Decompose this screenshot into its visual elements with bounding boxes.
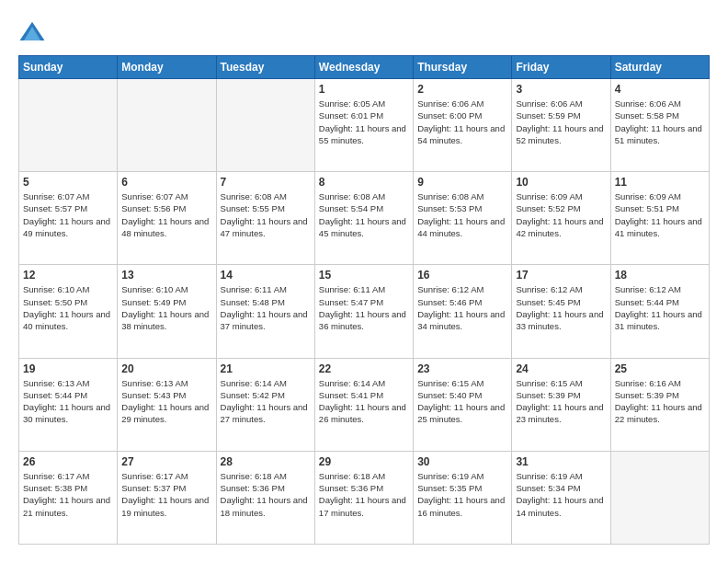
day-number: 2 [417,83,507,96]
day-number: 10 [516,176,606,189]
day-number: 14 [221,269,311,282]
calendar-week-row: 26Sunrise: 6:17 AM Sunset: 5:38 PM Dayli… [19,451,710,544]
day-number: 13 [121,269,211,282]
calendar-cell: 6Sunrise: 6:07 AM Sunset: 5:56 PM Daylig… [118,172,216,265]
calendar-cell: 23Sunrise: 6:15 AM Sunset: 5:40 PM Dayli… [414,358,512,451]
weekday-header-monday: Monday [118,56,216,79]
calendar-cell: 20Sunrise: 6:13 AM Sunset: 5:43 PM Dayli… [118,358,216,451]
day-number: 22 [319,362,409,375]
day-info: Sunrise: 6:08 AM Sunset: 5:55 PM Dayligh… [221,190,311,239]
calendar-week-row: 5Sunrise: 6:07 AM Sunset: 5:57 PM Daylig… [19,172,710,265]
day-info: Sunrise: 6:11 AM Sunset: 5:47 PM Dayligh… [319,283,409,332]
calendar-week-row: 19Sunrise: 6:13 AM Sunset: 5:44 PM Dayli… [19,358,710,451]
day-number: 23 [417,362,507,375]
day-info: Sunrise: 6:12 AM Sunset: 5:44 PM Dayligh… [615,283,705,332]
logo-icon [18,18,46,46]
calendar-cell: 12Sunrise: 6:10 AM Sunset: 5:50 PM Dayli… [19,265,118,358]
calendar-cell: 25Sunrise: 6:16 AM Sunset: 5:39 PM Dayli… [610,358,709,451]
day-info: Sunrise: 6:15 AM Sunset: 5:40 PM Dayligh… [417,377,507,426]
calendar-cell: 31Sunrise: 6:19 AM Sunset: 5:34 PM Dayli… [512,451,610,544]
day-number: 17 [516,269,606,282]
calendar-cell: 14Sunrise: 6:11 AM Sunset: 5:48 PM Dayli… [216,265,314,358]
calendar-week-row: 12Sunrise: 6:10 AM Sunset: 5:50 PM Dayli… [19,265,710,358]
day-info: Sunrise: 6:06 AM Sunset: 6:00 PM Dayligh… [417,98,507,146]
day-info: Sunrise: 6:18 AM Sunset: 5:36 PM Dayligh… [221,470,311,519]
weekday-header-friday: Friday [512,56,610,79]
calendar-cell: 15Sunrise: 6:11 AM Sunset: 5:47 PM Dayli… [314,265,413,358]
day-info: Sunrise: 6:12 AM Sunset: 5:45 PM Dayligh… [516,283,606,332]
header [18,18,710,46]
day-number: 4 [615,83,705,96]
calendar-cell: 13Sunrise: 6:10 AM Sunset: 5:49 PM Dayli… [118,265,216,358]
day-info: Sunrise: 6:06 AM Sunset: 5:59 PM Dayligh… [516,98,606,146]
page: SundayMondayTuesdayWednesdayThursdayFrid… [0,0,728,563]
day-number: 9 [417,176,507,189]
calendar-cell: 21Sunrise: 6:14 AM Sunset: 5:42 PM Dayli… [216,358,314,451]
day-info: Sunrise: 6:14 AM Sunset: 5:42 PM Dayligh… [221,377,311,426]
day-number: 31 [516,455,606,468]
weekday-header-saturday: Saturday [610,56,709,79]
logo [18,18,50,46]
day-info: Sunrise: 6:17 AM Sunset: 5:38 PM Dayligh… [23,470,113,519]
day-info: Sunrise: 6:19 AM Sunset: 5:35 PM Dayligh… [417,470,507,519]
calendar-cell: 22Sunrise: 6:14 AM Sunset: 5:41 PM Dayli… [314,358,413,451]
day-info: Sunrise: 6:07 AM Sunset: 5:57 PM Dayligh… [23,190,113,239]
calendar-cell: 9Sunrise: 6:08 AM Sunset: 5:53 PM Daylig… [414,172,512,265]
day-info: Sunrise: 6:08 AM Sunset: 5:54 PM Dayligh… [319,190,409,239]
day-number: 20 [121,362,211,375]
day-info: Sunrise: 6:15 AM Sunset: 5:39 PM Dayligh… [516,377,606,426]
calendar-cell: 4Sunrise: 6:06 AM Sunset: 5:58 PM Daylig… [610,79,709,172]
calendar-cell: 1Sunrise: 6:05 AM Sunset: 6:01 PM Daylig… [314,79,413,172]
calendar-cell: 18Sunrise: 6:12 AM Sunset: 5:44 PM Dayli… [610,265,709,358]
day-number: 30 [417,455,507,468]
calendar-cell: 19Sunrise: 6:13 AM Sunset: 5:44 PM Dayli… [19,358,118,451]
day-number: 21 [221,362,311,375]
calendar-cell: 2Sunrise: 6:06 AM Sunset: 6:00 PM Daylig… [414,79,512,172]
day-info: Sunrise: 6:17 AM Sunset: 5:37 PM Dayligh… [121,470,211,519]
day-number: 8 [319,176,409,189]
day-info: Sunrise: 6:13 AM Sunset: 5:44 PM Dayligh… [23,377,113,426]
calendar-cell: 27Sunrise: 6:17 AM Sunset: 5:37 PM Dayli… [118,451,216,544]
calendar-cell [216,79,314,172]
calendar-cell: 11Sunrise: 6:09 AM Sunset: 5:51 PM Dayli… [610,172,709,265]
day-number: 11 [615,176,705,189]
calendar-cell: 3Sunrise: 6:06 AM Sunset: 5:59 PM Daylig… [512,79,610,172]
weekday-header-sunday: Sunday [19,56,118,79]
day-number: 6 [121,176,211,189]
day-number: 7 [221,176,311,189]
day-number: 28 [221,455,311,468]
day-number: 1 [319,83,409,96]
calendar-cell: 8Sunrise: 6:08 AM Sunset: 5:54 PM Daylig… [314,172,413,265]
day-info: Sunrise: 6:09 AM Sunset: 5:51 PM Dayligh… [615,190,705,239]
day-number: 16 [417,269,507,282]
calendar-cell: 10Sunrise: 6:09 AM Sunset: 5:52 PM Dayli… [512,172,610,265]
day-number: 24 [516,362,606,375]
day-number: 3 [516,83,606,96]
day-info: Sunrise: 6:05 AM Sunset: 6:01 PM Dayligh… [319,98,409,146]
day-info: Sunrise: 6:12 AM Sunset: 5:46 PM Dayligh… [417,283,507,332]
calendar-cell: 5Sunrise: 6:07 AM Sunset: 5:57 PM Daylig… [19,172,118,265]
weekday-header-thursday: Thursday [414,56,512,79]
calendar-cell: 16Sunrise: 6:12 AM Sunset: 5:46 PM Dayli… [414,265,512,358]
calendar-week-row: 1Sunrise: 6:05 AM Sunset: 6:01 PM Daylig… [19,79,710,172]
day-number: 12 [23,269,113,282]
day-number: 29 [319,455,409,468]
day-info: Sunrise: 6:13 AM Sunset: 5:43 PM Dayligh… [121,377,211,426]
calendar-cell [610,451,709,544]
calendar-cell: 29Sunrise: 6:18 AM Sunset: 5:36 PM Dayli… [314,451,413,544]
day-info: Sunrise: 6:16 AM Sunset: 5:39 PM Dayligh… [615,377,705,426]
day-info: Sunrise: 6:09 AM Sunset: 5:52 PM Dayligh… [516,190,606,239]
weekday-header-wednesday: Wednesday [314,56,413,79]
weekday-header-tuesday: Tuesday [216,56,314,79]
calendar-cell: 26Sunrise: 6:17 AM Sunset: 5:38 PM Dayli… [19,451,118,544]
day-info: Sunrise: 6:10 AM Sunset: 5:50 PM Dayligh… [23,283,113,332]
day-number: 27 [121,455,211,468]
day-number: 19 [23,362,113,375]
day-info: Sunrise: 6:19 AM Sunset: 5:34 PM Dayligh… [516,470,606,519]
calendar-cell: 7Sunrise: 6:08 AM Sunset: 5:55 PM Daylig… [216,172,314,265]
day-info: Sunrise: 6:07 AM Sunset: 5:56 PM Dayligh… [121,190,211,239]
calendar-cell: 24Sunrise: 6:15 AM Sunset: 5:39 PM Dayli… [512,358,610,451]
calendar-cell: 28Sunrise: 6:18 AM Sunset: 5:36 PM Dayli… [216,451,314,544]
calendar-header: SundayMondayTuesdayWednesdayThursdayFrid… [19,56,710,79]
day-info: Sunrise: 6:14 AM Sunset: 5:41 PM Dayligh… [319,377,409,426]
